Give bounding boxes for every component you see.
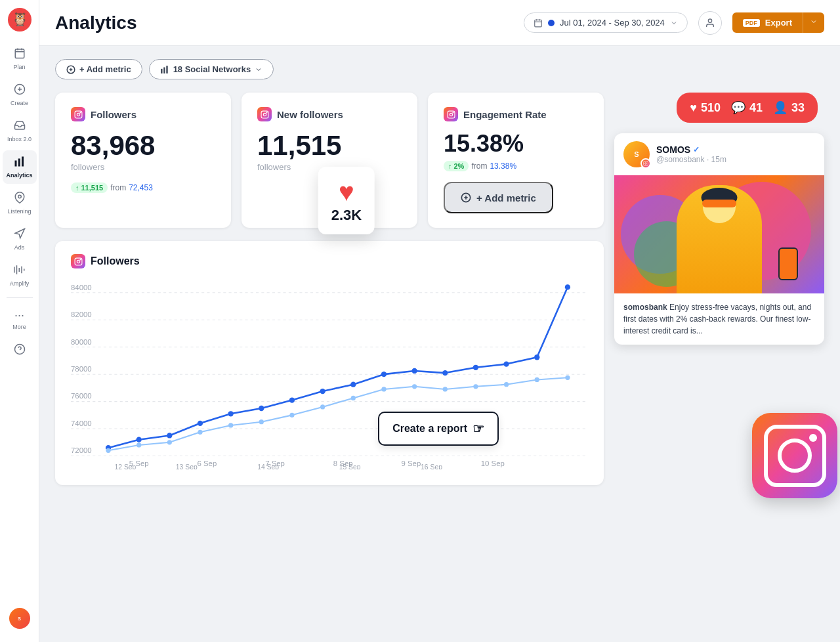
instagram-icon-3 [444, 107, 458, 121]
header: Analytics Jul 01, 2024 - Sep 30, 2024 PD… [39, 0, 840, 46]
followers-chart: 84000 82000 80000 78000 76000 74000 7200… [71, 279, 588, 469]
sidebar-item-create[interactable]: Create [3, 78, 37, 112]
svg-point-74 [198, 421, 203, 426]
social-card-header: S SOMOS ✓ [614, 133, 824, 175]
svg-point-88 [136, 442, 141, 447]
sidebar-item-help[interactable] [3, 338, 37, 364]
bar-chart-icon [160, 65, 169, 74]
sidebar-item-label: More [12, 324, 26, 330]
delta-from: from [110, 183, 126, 192]
sidebar-item-label: Ads [14, 244, 25, 251]
export-dropdown-button[interactable] [803, 12, 824, 33]
card-title: New followers [277, 109, 343, 120]
create-report-tooltip[interactable]: Create a report ☞ [378, 412, 499, 446]
svg-text:9 Sep: 9 Sep [402, 460, 421, 467]
metrics-row: Followers 83,968 followers 11,515 from 7… [55, 93, 604, 228]
heart-tooltip: ♥ 2.3K [318, 167, 375, 234]
svg-point-104 [645, 163, 647, 165]
svg-rect-29 [163, 67, 165, 73]
svg-point-89 [167, 440, 172, 444]
add-metric-card-button[interactable]: + Add metric [444, 182, 553, 213]
svg-point-80 [381, 372, 387, 377]
sidebar-item-label: Plan [13, 64, 25, 70]
plus-circle-icon [14, 83, 26, 98]
export-button[interactable]: PDF Export [732, 12, 803, 33]
user-button[interactable] [698, 11, 722, 35]
svg-rect-20 [535, 20, 542, 26]
cursor-icon: ☞ [472, 421, 484, 437]
svg-rect-30 [166, 66, 167, 74]
engagement-rate-card: Engagement Rate 15.38% 2% from 13.38% [428, 93, 604, 228]
instagram-inner-icon [764, 425, 826, 487]
svg-point-92 [259, 419, 264, 424]
svg-rect-9 [14, 161, 16, 167]
engagement-bubble: ♥ 510 💬 41 👤 33 [677, 93, 818, 123]
svg-point-94 [320, 404, 325, 409]
date-picker-button[interactable]: Jul 01, 2024 - Sep 30, 2024 [524, 12, 688, 33]
sidebar-item-label: Listening [7, 208, 31, 215]
calendar-small-icon [534, 18, 543, 28]
sidebar-item-label: Amplify [10, 280, 30, 287]
svg-point-100 [504, 382, 509, 387]
svg-point-76 [259, 406, 264, 411]
sidebar-item-listening[interactable]: Listening [3, 186, 37, 220]
sidebar-avatar[interactable]: S [9, 608, 30, 629]
svg-point-44 [77, 260, 79, 263]
svg-point-102 [565, 375, 570, 380]
inbox-icon [14, 119, 26, 135]
svg-point-97 [412, 384, 417, 389]
svg-point-83 [473, 365, 478, 370]
sidebar-item-more[interactable]: ··· More [3, 303, 37, 335]
chevron-down-icon [670, 19, 678, 27]
sidebar-logo[interactable]: 🦉 [8, 8, 32, 32]
svg-text:6 Sep: 6 Sep [197, 460, 217, 467]
card-header: Followers [71, 107, 215, 121]
networks-button[interactable]: 18 Social Networks [149, 59, 274, 79]
svg-text:🦉: 🦉 [11, 11, 28, 27]
sidebar-item-analytics[interactable]: Analytics [3, 150, 37, 184]
signal-icon [14, 264, 26, 279]
social-name: SOMOS ✓ [656, 144, 815, 155]
sidebar-item-plan[interactable]: Plan [3, 42, 37, 75]
svg-point-38 [450, 113, 452, 116]
svg-point-93 [289, 413, 294, 417]
verified-badge: ✓ [693, 145, 700, 154]
sidebar-item-inbox[interactable]: Inbox 2.0 [3, 114, 37, 148]
comments-count: 💬 41 [731, 100, 763, 115]
svg-point-90 [198, 430, 202, 435]
svg-point-79 [350, 382, 356, 387]
svg-text:76000: 76000 [71, 392, 92, 400]
chart-card: Followers 84000 82000 [55, 241, 604, 485]
pin-icon [14, 192, 26, 207]
add-metric-button[interactable]: + Add metric [55, 59, 142, 79]
card-value: 15.38% [444, 132, 588, 156]
sidebar-item-label: Inbox 2.0 [7, 136, 32, 142]
social-info: SOMOS ✓ @somosbank · 15m [656, 144, 815, 164]
sidebar-item-amplify[interactable]: Amplify [3, 259, 37, 292]
platform-badge [640, 158, 651, 169]
export-group: PDF Export [732, 12, 824, 33]
followers-card: Followers 83,968 followers 11,515 from 7… [55, 93, 231, 228]
instagram-icon [71, 107, 85, 121]
sidebar-item-ads[interactable]: Ads [3, 223, 37, 256]
svg-text:82000: 82000 [71, 310, 92, 318]
svg-text:80000: 80000 [71, 338, 92, 346]
card-value: 83,968 [71, 132, 215, 160]
add-metric-label: + Add metric [79, 64, 131, 74]
date-range-text: Jul 01, 2024 - Sep 30, 2024 [560, 18, 665, 28]
sidebar-divider [7, 297, 33, 298]
svg-point-32 [77, 113, 79, 116]
svg-point-24 [708, 19, 711, 22]
svg-rect-28 [161, 68, 162, 73]
svg-point-35 [263, 113, 266, 116]
help-icon [14, 343, 26, 358]
svg-text:14 Sep: 14 Sep [257, 463, 279, 469]
svg-point-101 [535, 377, 539, 382]
svg-point-87 [106, 448, 110, 453]
toolbar: + Add metric 18 Social Networks [55, 59, 824, 79]
svg-point-78 [320, 389, 325, 394]
chevron-down-networks-icon [255, 66, 262, 74]
svg-point-39 [452, 112, 453, 112]
users-count: 👤 33 [773, 100, 805, 115]
card-header: Engagement Rate [444, 107, 588, 121]
